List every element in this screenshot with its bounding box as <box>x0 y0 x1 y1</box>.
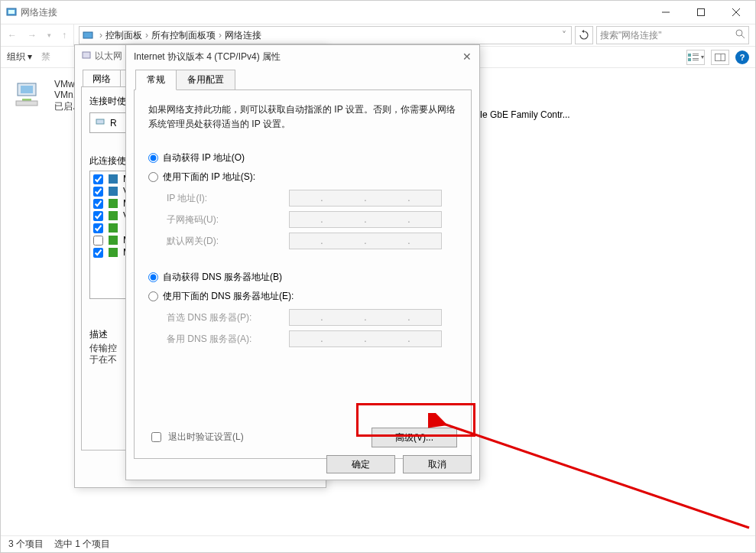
svg-rect-23 <box>109 174 118 184</box>
close-button[interactable]: ✕ <box>462 50 472 63</box>
gateway-label: 默认网关(D): <box>167 235 281 248</box>
svg-rect-22 <box>96 119 104 124</box>
breadcrumb-item[interactable]: 所有控制面板项 <box>151 29 216 42</box>
component-icon <box>108 174 118 184</box>
status-bar: 3 个项目 选中 1 个项目 <box>1 535 755 552</box>
checkbox[interactable] <box>93 223 103 233</box>
breadcrumb-item[interactable]: 控制面板 <box>105 29 142 42</box>
alternate-dns-row: 备用 DNS 服务器(A): ... <box>167 330 457 347</box>
svg-rect-6 <box>83 32 92 38</box>
chevron-right-icon: › <box>96 30 105 41</box>
ipv4-titlebar: Internet 协议版本 4 (TCP/IPv4) 属性 ✕ <box>126 45 479 68</box>
close-button[interactable] <box>719 1 754 24</box>
checkbox[interactable] <box>93 211 103 221</box>
tab-general[interactable]: 常规 <box>135 70 177 90</box>
svg-rect-24 <box>109 187 118 196</box>
component-icon <box>108 235 118 246</box>
organize-menu[interactable]: 组织 ▾ <box>7 50 32 63</box>
window-controls <box>648 1 754 24</box>
svg-rect-14 <box>693 60 699 60</box>
annotation-highlight-box <box>356 403 475 437</box>
chevron-right-icon: › <box>216 30 225 41</box>
back-button[interactable]: ← <box>8 30 17 41</box>
svg-rect-10 <box>693 54 699 54</box>
intro-text: 如果网络支持此功能，则可以获取自动指派的 IP 设置。否则，你需要从网络系统管理… <box>148 102 457 132</box>
svg-rect-3 <box>698 9 705 16</box>
maximize-button[interactable] <box>683 1 719 24</box>
gateway-input: ... <box>289 233 442 249</box>
adapter-name: PCIe GbE Family Contr... <box>467 109 570 120</box>
svg-rect-1 <box>8 10 15 14</box>
adapter-icon <box>13 79 47 112</box>
component-icon <box>108 186 118 197</box>
validate-checkbox[interactable] <box>151 432 161 442</box>
auto-dns-radio-row[interactable]: 自动获得 DNS 服务器地址(B) <box>148 271 457 284</box>
eth-title: 以太网 <box>95 50 122 63</box>
network-icon <box>5 6 18 18</box>
minimize-button[interactable] <box>648 1 683 24</box>
svg-rect-20 <box>16 101 37 106</box>
forward-button[interactable]: → <box>28 30 37 41</box>
search-placeholder: 搜索"网络连接" <box>600 29 662 42</box>
subnet-mask-row: 子网掩码(U): ... <box>167 211 457 228</box>
network-adapter-label: PCIe GbE Family Contr... <box>467 109 666 120</box>
checkbox[interactable] <box>93 187 103 197</box>
manual-dns-radio-row[interactable]: 使用下面的 DNS 服务器地址(E): <box>148 290 457 303</box>
svg-rect-13 <box>693 58 699 59</box>
auto-ip-radio-row[interactable]: 自动获得 IP 地址(O) <box>148 151 457 164</box>
subnet-mask-label: 子网掩码(U): <box>167 213 281 226</box>
svg-rect-15 <box>715 54 725 60</box>
breadcrumb[interactable]: › 控制面板 › 所有控制面板项 › 网络连接 ˅ <box>79 26 572 44</box>
checkbox[interactable] <box>93 199 103 209</box>
svg-rect-12 <box>688 58 691 61</box>
address-bar-row: ← → ▾ ↑ › 控制面板 › 所有控制面板项 › 网络连接 ˅ 搜索"网络连… <box>1 24 755 47</box>
search-input[interactable]: 搜索"网络连接" <box>596 26 749 44</box>
svg-rect-27 <box>109 223 118 233</box>
svg-point-7 <box>736 30 742 36</box>
component-icon <box>108 210 118 221</box>
refresh-button[interactable] <box>575 26 593 44</box>
manual-dns-label: 使用下面的 DNS 服务器地址(E): <box>163 290 294 303</box>
toolbar-item[interactable]: 禁 <box>41 50 50 63</box>
chevron-right-icon: › <box>142 30 151 41</box>
manual-ip-radio[interactable] <box>148 172 158 182</box>
component-icon <box>108 223 118 233</box>
history-dropdown[interactable]: ▾ <box>47 31 51 39</box>
auto-dns-radio[interactable] <box>148 272 158 282</box>
manual-ip-radio-row[interactable]: 使用下面的 IP 地址(S): <box>148 171 457 184</box>
checkbox[interactable] <box>93 174 103 184</box>
ethernet-icon <box>81 50 92 63</box>
view-mode-button[interactable]: ▾ <box>686 50 705 65</box>
help-button[interactable]: ? <box>735 50 749 64</box>
chevron-down-icon[interactable]: ˅ <box>557 30 571 41</box>
up-button[interactable]: ↑ <box>62 30 67 41</box>
ok-button[interactable]: 确定 <box>326 455 395 473</box>
svg-rect-26 <box>109 211 118 220</box>
checkbox[interactable] <box>93 248 103 258</box>
cancel-button[interactable]: 取消 <box>403 455 472 473</box>
svg-rect-21 <box>83 52 90 58</box>
breadcrumb-item[interactable]: 网络连接 <box>225 29 261 42</box>
manual-dns-radio[interactable] <box>148 291 158 301</box>
validate-label: 退出时验证设置(L) <box>168 431 244 444</box>
ipv4-footer: 确定 取消 <box>326 455 472 473</box>
nav-arrows: ← → ▾ ↑ <box>1 24 74 46</box>
main-title: 网络连接 <box>21 6 57 19</box>
ipv4-tabs: 常规 备用配置 <box>126 70 479 90</box>
validate-on-exit-row[interactable]: 退出时验证设置(L) <box>148 430 244 444</box>
adapter-icon <box>95 116 105 129</box>
gateway-row: 默认网关(D): ... <box>167 233 457 249</box>
auto-ip-radio[interactable] <box>148 153 158 163</box>
svg-rect-28 <box>109 236 118 245</box>
auto-dns-label: 自动获得 DNS 服务器地址(B) <box>163 271 282 284</box>
svg-rect-29 <box>109 248 118 257</box>
tab-network[interactable]: 网络 <box>83 70 121 88</box>
breadcrumb-icon <box>79 29 96 41</box>
adapter-text: R <box>110 118 117 128</box>
preview-pane-button[interactable] <box>711 50 729 65</box>
tab-alternate[interactable]: 备用配置 <box>176 70 235 90</box>
selected-count: 选中 1 个项目 <box>54 538 110 551</box>
search-icon <box>735 29 745 41</box>
checkbox[interactable] <box>93 236 103 246</box>
preferred-dns-input: ... <box>289 309 442 326</box>
